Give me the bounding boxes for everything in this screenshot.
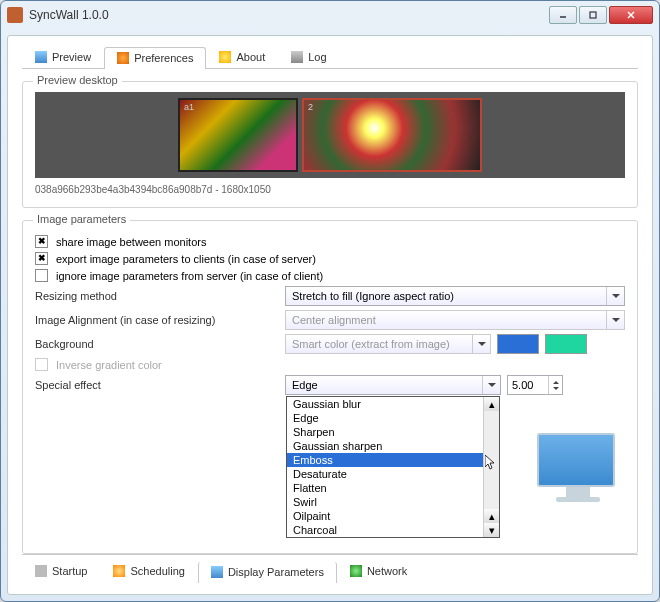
svg-rect-1	[590, 12, 596, 18]
spin-down-icon[interactable]	[549, 385, 562, 394]
combo-value: Edge	[292, 379, 318, 391]
scroll-up-icon[interactable]: ▴	[484, 397, 499, 411]
maximize-button[interactable]	[579, 6, 607, 24]
inverse-checkbox	[35, 358, 48, 371]
effect-option[interactable]: Gaussian sharpen	[287, 439, 499, 453]
chevron-down-icon	[606, 311, 624, 329]
tab-scheduling[interactable]: Scheduling	[100, 561, 197, 582]
tab-preview[interactable]: Preview	[22, 46, 104, 68]
preview-group: Preview desktop a1 2 038a966b293be4a3b43…	[22, 81, 638, 208]
monitor-stand-icon	[566, 487, 590, 497]
group-label: Image parameters	[33, 213, 130, 225]
effect-option[interactable]: Gaussian blur	[287, 397, 499, 411]
log-icon	[291, 51, 303, 63]
combo-value: Smart color (extract from image)	[292, 338, 450, 350]
effect-dropdown[interactable]: Gaussian blurEdgeSharpenGaussian sharpen…	[286, 396, 500, 538]
row-inverse: Inverse gradient color	[35, 358, 625, 371]
effect-option[interactable]: Swirl	[287, 495, 499, 509]
row-export: export image parameters to clients (in c…	[35, 252, 625, 265]
tab-about[interactable]: About	[206, 46, 278, 68]
titlebar: SyncWall 1.0.0	[1, 1, 659, 29]
scrollbar[interactable]: ▴ ▴ ▾	[483, 397, 499, 537]
row-share: share image between monitors	[35, 235, 625, 248]
tab-log[interactable]: Log	[278, 46, 339, 68]
resizing-label: Resizing method	[35, 290, 285, 302]
row-background: Background Smart color (extract from ima…	[35, 334, 625, 354]
drive-icon	[35, 565, 47, 577]
bottom-tabs: Startup Scheduling Display Parameters Ne…	[22, 554, 638, 582]
combo-value: Center alignment	[292, 314, 376, 326]
globe-icon	[350, 565, 362, 577]
minimize-button[interactable]	[549, 6, 577, 24]
ignore-checkbox[interactable]	[35, 269, 48, 282]
scroll-down-double-icon[interactable]: ▴	[484, 509, 499, 523]
resizing-combo[interactable]: Stretch to fill (Ignore aspect ratio)	[285, 286, 625, 306]
export-checkbox[interactable]	[35, 252, 48, 265]
preview-caption: 038a966b293be4a3b4394bc86a908b7d - 1680x…	[35, 184, 625, 195]
tab-label: Network	[367, 565, 407, 577]
tab-label: About	[236, 51, 265, 63]
effect-spinner[interactable]: 5.00	[507, 375, 563, 395]
export-label: export image parameters to clients (in c…	[56, 253, 316, 265]
spinner-value: 5.00	[512, 379, 533, 391]
tab-label: Preview	[52, 51, 91, 63]
app-icon	[7, 7, 23, 23]
clock-icon	[113, 565, 125, 577]
effect-combo[interactable]: Edge Gaussian blurEdgeSharpenGaussian sh…	[285, 375, 501, 395]
alignment-combo[interactable]: Center alignment	[285, 310, 625, 330]
effect-label: Special effect	[35, 379, 285, 391]
group-label: Preview desktop	[33, 74, 122, 86]
window-title: SyncWall 1.0.0	[29, 8, 547, 22]
tab-startup[interactable]: Startup	[22, 561, 100, 582]
top-tabs: Preview Preferences About Log	[22, 46, 638, 69]
effect-option[interactable]: Sharpen	[287, 425, 499, 439]
row-resizing: Resizing method Stretch to fill (Ignore …	[35, 286, 625, 306]
chevron-down-icon	[482, 376, 500, 394]
color-swatch-1[interactable]	[497, 334, 539, 354]
inverse-label: Inverse gradient color	[56, 359, 162, 371]
color-swatch-2[interactable]	[545, 334, 587, 354]
image-params-group: Image parameters share image between mon…	[22, 220, 638, 554]
tab-label: Startup	[52, 565, 87, 577]
tab-label: Scheduling	[130, 565, 184, 577]
tab-display-parameters[interactable]: Display Parameters	[198, 562, 337, 583]
effect-option[interactable]: Charcoal	[287, 523, 499, 537]
effect-option[interactable]: Emboss	[287, 453, 499, 467]
spinner-buttons	[548, 376, 562, 394]
close-button[interactable]	[609, 6, 653, 24]
tab-network[interactable]: Network	[337, 561, 420, 582]
effect-option[interactable]: Flatten	[287, 481, 499, 495]
share-checkbox[interactable]	[35, 235, 48, 248]
effect-option[interactable]: Edge	[287, 411, 499, 425]
combo-value: Stretch to fill (Ignore aspect ratio)	[292, 290, 454, 302]
monitor-preview-2: 2	[302, 98, 482, 172]
row-alignment: Image Alignment (in case of resizing) Ce…	[35, 310, 625, 330]
image-icon	[35, 51, 47, 63]
monitor-base-icon	[556, 497, 600, 502]
app-window: SyncWall 1.0.0 Preview Preferences About…	[0, 0, 660, 602]
tab-label: Display Parameters	[228, 566, 324, 578]
content-panel: Preview Preferences About Log Preview de…	[7, 35, 653, 595]
chevron-down-icon	[472, 335, 490, 353]
effect-option[interactable]: Oilpaint	[287, 509, 499, 523]
background-label: Background	[35, 338, 285, 350]
scroll-down-icon[interactable]: ▾	[484, 523, 499, 537]
gear-icon	[117, 52, 129, 64]
spin-up-icon[interactable]	[549, 376, 562, 385]
preview-strip: a1 2	[35, 92, 625, 178]
share-label: share image between monitors	[56, 236, 206, 248]
effect-option[interactable]: Desaturate	[287, 467, 499, 481]
monitor-illustration	[537, 433, 619, 503]
ignore-label: ignore image parameters from server (in …	[56, 270, 323, 282]
monitor-icon	[211, 566, 223, 578]
monitor-label: a1	[184, 102, 194, 112]
monitor-label: 2	[308, 102, 313, 112]
tab-preferences[interactable]: Preferences	[104, 47, 206, 69]
monitor-screen-icon	[537, 433, 615, 487]
background-combo[interactable]: Smart color (extract from image)	[285, 334, 491, 354]
alignment-label: Image Alignment (in case of resizing)	[35, 314, 285, 326]
chevron-down-icon	[606, 287, 624, 305]
row-ignore: ignore image parameters from server (in …	[35, 269, 625, 282]
star-icon	[219, 51, 231, 63]
row-effect: Special effect Edge Gaussian blurEdgeSha…	[35, 375, 625, 395]
